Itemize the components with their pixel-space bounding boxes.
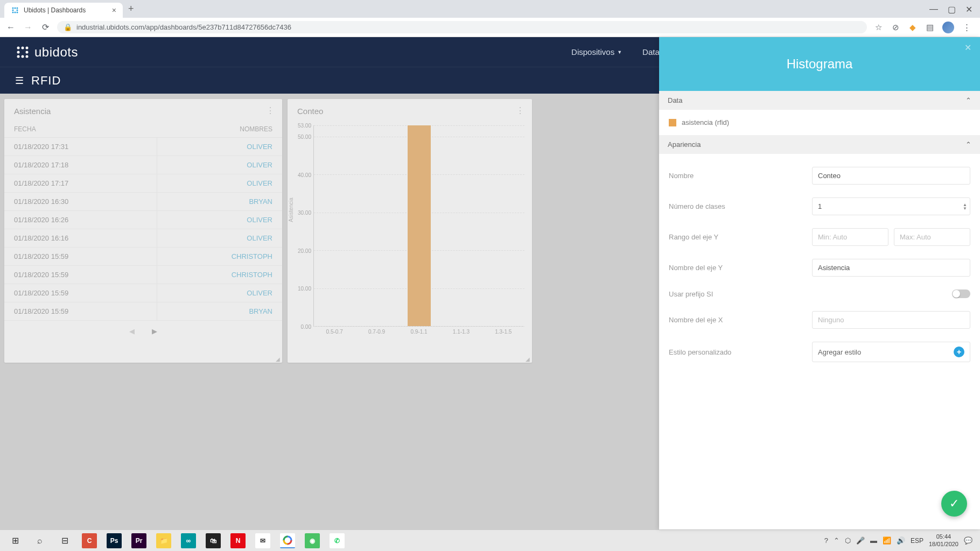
svg-point-15 — [26, 55, 29, 58]
taskbar-app[interactable]: 📁 — [156, 533, 171, 548]
tray-chevron-icon[interactable]: ⌃ — [834, 536, 839, 545]
svg-point-10 — [26, 46, 29, 49]
chevron-up-icon: ⌃ — [965, 96, 971, 104]
svg-point-9 — [22, 46, 24, 49]
close-icon[interactable]: ✕ — [964, 43, 971, 53]
forward-button[interactable]: → — [23, 23, 33, 32]
star-icon[interactable]: ☆ — [873, 23, 883, 32]
taskbar-app[interactable]: ✉ — [255, 533, 270, 548]
svg-point-12 — [26, 51, 29, 53]
menu-icon[interactable]: ⋮ — [962, 23, 971, 32]
brand-text: ubidots — [34, 45, 78, 60]
yname-input[interactable] — [812, 259, 970, 277]
window-minimize-icon[interactable]: — — [929, 4, 938, 15]
classes-input[interactable] — [812, 197, 970, 215]
profile-avatar[interactable] — [942, 22, 954, 33]
svg-point-13 — [17, 55, 20, 58]
start-button[interactable]: ⊞ — [3, 531, 27, 550]
tray-battery-icon[interactable]: ▬ — [870, 536, 877, 545]
panel-title: Histograma — [787, 56, 853, 72]
block-icon[interactable]: ⊘ — [891, 23, 900, 32]
tray-language[interactable]: ESP — [911, 537, 923, 545]
taskbar-app[interactable]: 🛍 — [206, 533, 221, 548]
taskbar-app[interactable]: ◉ — [305, 533, 320, 548]
taskbar-app[interactable] — [280, 533, 295, 548]
plus-icon: + — [954, 347, 964, 357]
xname-label: Nombre del eje X — [669, 316, 803, 324]
svg-point-11 — [17, 51, 20, 53]
confirm-button[interactable]: ✓ — [941, 491, 967, 517]
taskbar-app[interactable]: N — [230, 533, 246, 548]
color-swatch — [669, 119, 676, 126]
xname-input[interactable] — [812, 311, 970, 329]
svg-point-1 — [15, 8, 16, 9]
search-icon[interactable]: ⌕ — [28, 531, 52, 550]
check-icon: ✓ — [949, 497, 959, 511]
tray-volume-icon[interactable]: 🔊 — [897, 536, 905, 545]
taskbar-app[interactable]: Pr — [131, 533, 146, 548]
windows-taskbar: ⊞ ⌕ ⊟ C Ps Pr 📁 ∞ 🛍 N ✉ ◉ ✆ ? ⌃ ⬡ 🎤 ▬ 📶 … — [0, 529, 980, 551]
tray-dropbox-icon[interactable]: ⬡ — [845, 536, 851, 545]
number-spinner[interactable]: ▲▼ — [963, 203, 967, 210]
svg-point-6 — [15, 12, 16, 13]
style-label: Estilo personalizado — [669, 348, 803, 356]
settings-panel: Histograma ✕ Data ⌃ asistencia (rfid) Ap… — [659, 37, 980, 529]
task-view-icon[interactable]: ⊟ — [53, 531, 76, 550]
tray-clock[interactable]: 05:44 18/01/2020 — [929, 533, 958, 547]
tray-mic-icon[interactable]: 🎤 — [856, 536, 865, 545]
taskbar-app[interactable]: C — [82, 533, 97, 548]
reload-button[interactable]: ⟳ — [40, 22, 51, 32]
svg-point-0 — [12, 8, 14, 9]
svg-point-14 — [22, 55, 24, 58]
new-tab-button[interactable]: + — [123, 0, 139, 18]
back-button[interactable]: ← — [5, 23, 16, 32]
svg-point-8 — [17, 46, 20, 49]
variable-label: asistencia (rfid) — [682, 118, 729, 126]
si-label: Usar prefijo SI — [669, 290, 803, 298]
chevron-up-icon: ⌃ — [965, 140, 971, 149]
tray-wifi-icon[interactable]: 📶 — [883, 536, 891, 545]
tab-favicon — [11, 6, 19, 15]
taskbar-app[interactable]: Ps — [107, 533, 122, 548]
yrange-label: Rango del eje Y — [669, 233, 803, 241]
logo-icon — [15, 45, 30, 60]
section-data-header[interactable]: Data ⌃ — [659, 91, 980, 110]
ymin-input[interactable] — [812, 228, 888, 246]
browser-tab-strip: Ubidots | Dashboards × + — ▢ ✕ — [0, 0, 980, 18]
dashboard-title: RFID — [31, 74, 61, 88]
hamburger-icon[interactable]: ☰ — [15, 75, 24, 87]
url-text: industrial.ubidots.com/app/dashboards/5e… — [76, 23, 291, 31]
extension-icon[interactable]: ◆ — [908, 23, 918, 32]
reader-icon[interactable]: ▤ — [925, 23, 935, 32]
window-maximize-icon[interactable]: ▢ — [948, 4, 956, 15]
tray-notifications-icon[interactable]: 💬 — [964, 536, 972, 545]
svg-point-2 — [17, 8, 18, 9]
nav-devices[interactable]: Dispositivos▼ — [571, 47, 622, 56]
section-appearance-header[interactable]: Apariencia ⌃ — [659, 135, 980, 154]
svg-point-7 — [17, 12, 18, 13]
variable-item[interactable]: asistencia (rfid) — [668, 116, 971, 129]
taskbar-app[interactable]: ✆ — [330, 533, 345, 548]
ymax-input[interactable] — [894, 228, 970, 246]
caret-down-icon: ▼ — [617, 50, 622, 55]
yname-label: Nombre del eje Y — [669, 264, 803, 272]
svg-point-4 — [17, 10, 18, 11]
browser-tab[interactable]: Ubidots | Dashboards × — [4, 3, 123, 18]
add-style-button[interactable]: Agregar estilo + — [812, 342, 970, 362]
svg-point-5 — [12, 12, 14, 13]
tab-close-icon[interactable]: × — [112, 6, 116, 15]
address-bar: ← → ⟳ 🔒 industrial.ubidots.com/app/dashb… — [0, 18, 980, 37]
brand-logo[interactable]: ubidots — [15, 45, 78, 60]
name-label: Nombre — [669, 172, 803, 180]
tray-help-icon[interactable]: ? — [824, 536, 828, 545]
panel-header: Histograma ✕ — [659, 37, 980, 91]
name-input[interactable] — [812, 167, 970, 185]
classes-label: Número de clases — [669, 202, 803, 210]
url-input[interactable]: 🔒 industrial.ubidots.com/app/dashboards/… — [57, 21, 867, 33]
lock-icon: 🔒 — [64, 23, 72, 31]
tab-title: Ubidots | Dashboards — [24, 6, 86, 14]
si-toggle[interactable] — [952, 289, 970, 298]
window-close-icon[interactable]: ✕ — [965, 4, 972, 15]
taskbar-app[interactable]: ∞ — [181, 533, 196, 548]
svg-point-3 — [12, 10, 14, 11]
